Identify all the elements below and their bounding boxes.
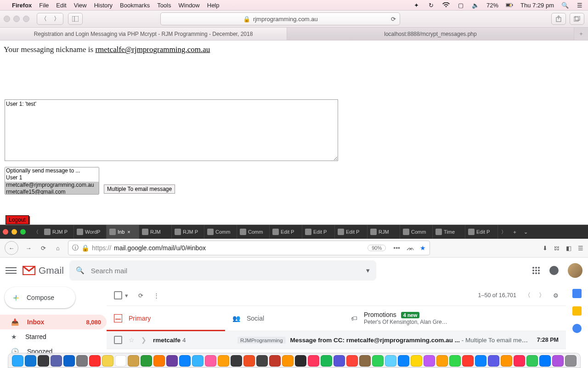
tabs-overview-button[interactable] bbox=[570, 13, 584, 25]
airplay-icon[interactable]: ▢ bbox=[457, 1, 464, 9]
avast-icon[interactable]: ✦ bbox=[413, 1, 420, 9]
dock-app-icon[interactable] bbox=[552, 355, 564, 367]
sidebar-item-inbox[interactable]: 📥 Inbox 8,080 bbox=[0, 315, 107, 329]
dock-app-icon[interactable] bbox=[565, 355, 577, 367]
dock-app-icon[interactable] bbox=[63, 355, 75, 367]
wifi-icon[interactable] bbox=[442, 1, 450, 9]
settings-gear-icon[interactable]: ⚙ bbox=[553, 292, 559, 299]
gmail-main-menu-icon[interactable] bbox=[6, 265, 17, 276]
tab-primary[interactable]: Primary bbox=[107, 306, 225, 331]
dock-app-icon[interactable] bbox=[424, 355, 435, 367]
menu-edit[interactable]: Edit bbox=[56, 2, 66, 9]
firefox-tab[interactable]: Edit P bbox=[335, 225, 368, 239]
firefox-alltabs-button[interactable]: ⌄ bbox=[520, 229, 531, 235]
dock-app-icon[interactable] bbox=[462, 355, 474, 367]
tab-social[interactable]: 👥 Social bbox=[225, 306, 344, 331]
row-checkbox[interactable] bbox=[114, 336, 122, 344]
firefox-tab[interactable]: RJM P bbox=[41, 225, 74, 239]
dock-app-icon[interactable] bbox=[526, 355, 538, 367]
select-all-dropdown-icon[interactable]: ▾ bbox=[125, 292, 128, 299]
app-name[interactable]: Firefox bbox=[12, 2, 32, 9]
menu-view[interactable]: View bbox=[74, 2, 87, 9]
mail-row[interactable]: ☆ ❯ rmetcalfe 4 RJMProgramming Message f… bbox=[107, 331, 566, 349]
firefox-tab[interactable]: WordP bbox=[74, 225, 107, 239]
dock-app-icon[interactable] bbox=[192, 355, 204, 367]
tab-promotions[interactable]: 🏷 Promotions 4 new Peter's Of Kensington… bbox=[344, 306, 462, 331]
dock-app-icon[interactable] bbox=[514, 355, 525, 367]
dock-app-icon[interactable] bbox=[38, 355, 49, 367]
dock-app-icon[interactable] bbox=[166, 355, 178, 367]
dock-app-icon[interactable] bbox=[385, 355, 396, 367]
zoom-indicator[interactable]: 90% bbox=[368, 245, 386, 251]
volume-icon[interactable]: 🔈 bbox=[472, 1, 479, 9]
menu-help[interactable]: Help bbox=[207, 2, 220, 9]
dock-app-icon[interactable] bbox=[475, 355, 486, 367]
firefox-tab[interactable]: RJM P bbox=[172, 225, 204, 239]
calendar-addon-icon[interactable] bbox=[572, 289, 582, 298]
logout-button[interactable]: Logout bbox=[6, 215, 29, 224]
dock-app-icon[interactable] bbox=[501, 355, 512, 367]
menu-file[interactable]: File bbox=[39, 2, 49, 9]
firefox-home-button[interactable]: ⌂ bbox=[53, 245, 62, 252]
library-icon[interactable]: 𝍌 bbox=[554, 245, 560, 252]
firefox-tab[interactable]: Edit P bbox=[270, 225, 302, 239]
dock-app-icon[interactable] bbox=[308, 355, 319, 367]
dock-app-icon[interactable] bbox=[346, 355, 358, 367]
dock-app-icon[interactable] bbox=[179, 355, 191, 367]
dock-app-icon[interactable] bbox=[218, 355, 229, 367]
message-textarea[interactable] bbox=[5, 99, 338, 161]
recipient-select[interactable]: Optionally send message to ...User 1rmet… bbox=[5, 167, 99, 195]
menu-window[interactable]: Window bbox=[179, 2, 200, 9]
dock-app-icon[interactable] bbox=[398, 355, 409, 367]
downloads-icon[interactable]: ⬇ bbox=[543, 245, 548, 252]
dock-app-icon[interactable] bbox=[12, 355, 23, 367]
dock-app-icon[interactable] bbox=[153, 355, 165, 367]
menu-history[interactable]: History bbox=[94, 2, 113, 9]
dock-app-icon[interactable] bbox=[256, 355, 268, 367]
firefox-tab[interactable]: Edit P bbox=[465, 225, 498, 239]
notification-center-icon[interactable]: ☰ bbox=[576, 1, 583, 9]
dock-app-icon[interactable] bbox=[205, 355, 216, 367]
tab-scroll-left-icon[interactable]: 〈 bbox=[30, 229, 41, 236]
dock-app-icon[interactable] bbox=[89, 355, 101, 367]
account-avatar[interactable] bbox=[568, 263, 582, 278]
select-all-checkbox[interactable] bbox=[114, 291, 122, 299]
dock-app-icon[interactable] bbox=[359, 355, 371, 367]
dock-app-icon[interactable] bbox=[141, 355, 152, 367]
dock-app-icon[interactable] bbox=[334, 355, 345, 367]
safari-address-bar[interactable]: 🔒 rjmprogramming.com.au ⟳ bbox=[160, 12, 400, 25]
firefox-window-controls[interactable] bbox=[3, 229, 26, 235]
spotlight-icon[interactable]: 🔍 bbox=[561, 1, 569, 9]
dock-app-icon[interactable] bbox=[25, 355, 36, 367]
dock-app-icon[interactable] bbox=[102, 355, 113, 367]
firefox-back-button[interactable]: ← bbox=[5, 241, 18, 255]
firefox-reload-button[interactable]: ⟳ bbox=[39, 245, 48, 252]
new-tab-button[interactable]: ＋ bbox=[574, 28, 588, 40]
sidebar-toggle-button[interactable] bbox=[68, 13, 83, 25]
reload-icon[interactable]: ⟳ bbox=[391, 16, 396, 23]
dock-app-icon[interactable] bbox=[539, 355, 551, 367]
safari-window-controls[interactable] bbox=[4, 16, 29, 22]
dock-app-icon[interactable] bbox=[51, 355, 62, 367]
firefox-tab[interactable]: Inb× bbox=[107, 225, 139, 239]
firefox-tab[interactable]: Comm bbox=[400, 225, 433, 239]
menu-bookmarks[interactable]: Bookmarks bbox=[120, 2, 150, 9]
firefox-tab[interactable]: RJM bbox=[368, 225, 400, 239]
dock-app-icon[interactable] bbox=[449, 355, 461, 367]
menubar-clock[interactable]: Thu 7:29 pm bbox=[520, 2, 554, 9]
firefox-menu-icon[interactable]: ☰ bbox=[578, 245, 583, 252]
prev-page-icon[interactable]: 〈 bbox=[525, 292, 531, 299]
firefox-address-bar[interactable]: ⓘ 🔒 https://mail.google.com/mail/u/0/#in… bbox=[68, 241, 430, 255]
dock-app-icon[interactable] bbox=[321, 355, 332, 367]
tab-scroll-right-icon[interactable]: 〉 bbox=[498, 229, 509, 236]
forward-icon[interactable]: 〉 bbox=[54, 15, 60, 23]
dock-app-icon[interactable] bbox=[115, 355, 126, 367]
firefox-tab[interactable]: Time bbox=[433, 225, 465, 239]
tasks-addon-icon[interactable] bbox=[572, 324, 582, 333]
dock-app-icon[interactable] bbox=[269, 355, 281, 367]
sidebar-item-starred[interactable]: ★ Starred bbox=[0, 329, 107, 344]
dock-app-icon[interactable] bbox=[282, 355, 294, 367]
share-button[interactable] bbox=[551, 13, 566, 25]
dock-app-icon[interactable] bbox=[76, 355, 88, 367]
firefox-tab[interactable]: Edit P bbox=[302, 225, 335, 239]
